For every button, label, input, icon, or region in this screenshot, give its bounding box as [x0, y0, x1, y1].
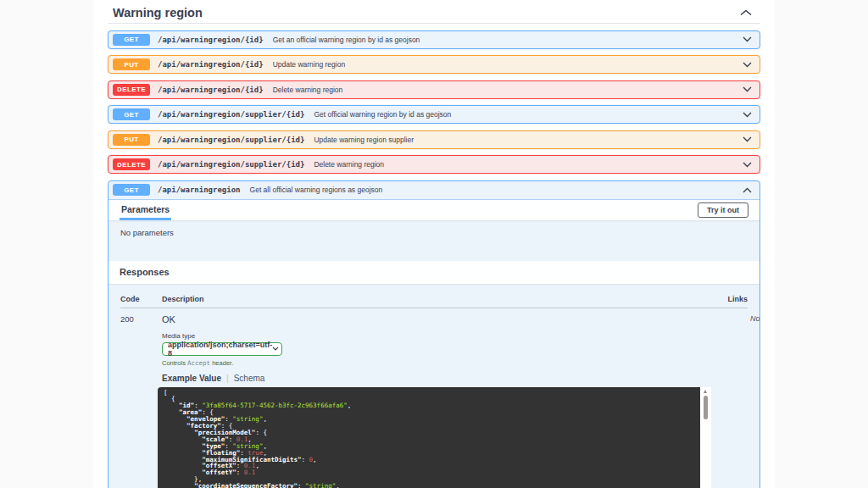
tab-parameters[interactable]: Parameters [120, 200, 171, 220]
accept-header-hint: Controls Accept header. [162, 359, 711, 367]
swagger-section: Warning region GET /api/warningregion/{i… [93, 0, 775, 488]
response-description: OK [162, 314, 711, 324]
method-badge: DELETE [113, 158, 150, 170]
endpoint-row[interactable]: GET /api/warningregion/supplier/{id} Get… [108, 105, 760, 124]
parameters-header: Parameters Try it out [108, 200, 760, 220]
chevron-up-icon [740, 9, 752, 16]
chevron-down-icon[interactable] [743, 136, 752, 142]
response-row-200: 200 OK Media type application/json;chars… [120, 308, 748, 488]
column-links: Links [682, 295, 748, 303]
example-code-block: [ { "id": "3fa85f64-5717-4562-b3fc-2c963… [158, 387, 711, 488]
try-it-out-button[interactable]: Try it out [698, 202, 748, 218]
tab-schema[interactable]: Schema [234, 374, 265, 383]
method-badge: GET [113, 184, 150, 196]
endpoint-path: /api/warningregion/supplier/{id} [158, 136, 304, 144]
chevron-down-icon[interactable] [743, 162, 752, 168]
endpoint-description: Get all official warning regions as geoj… [250, 186, 383, 194]
section-header: Warning region [108, 0, 760, 24]
endpoint-description: Update warning region [273, 60, 346, 69]
endpoint-row[interactable]: GET /api/warningregion/{id} Get an offic… [108, 30, 760, 49]
response-links: No links [711, 314, 760, 488]
endpoint-description: Update warning region supplier [314, 136, 414, 144]
method-badge: PUT [113, 134, 150, 146]
scrollbar-up-arrow-icon[interactable] [704, 390, 707, 393]
endpoint-path: /api/warningregion/{id} [158, 60, 264, 69]
endpoint-path: /api/warningregion [158, 186, 241, 194]
accept-code: Accept [187, 359, 210, 367]
chevron-down-icon[interactable] [743, 62, 752, 68]
endpoint-path: /api/warningregion/{id} [158, 36, 264, 44]
responses-body: Code Description Links 200 OK Media type… [108, 284, 760, 488]
tab-example-value[interactable]: Example Value [162, 374, 221, 383]
endpoint-row[interactable]: PUT /api/warningregion/{id} Update warni… [108, 55, 760, 74]
media-type-label: Media type [162, 332, 711, 340]
chevron-down-icon[interactable] [743, 86, 752, 92]
endpoint-expanded: GET /api/warningregion Get all official … [108, 180, 760, 488]
column-description: Description [162, 295, 682, 303]
endpoint-description: Delete warning region [273, 86, 343, 94]
response-description-cell: OK Media type application/json;charset=u… [162, 314, 711, 488]
endpoint-row[interactable]: GET /api/warningregion Get all official … [108, 181, 760, 200]
section-collapse-button[interactable] [737, 8, 755, 18]
endpoint-row[interactable]: PUT /api/warningregion/supplier/{id} Upd… [108, 130, 760, 149]
no-parameters-text: No parameters [108, 220, 760, 261]
column-code: Code [120, 295, 162, 303]
endpoint-path: /api/warningregion/supplier/{id} [158, 160, 304, 169]
example-tabs: Example Value | Schema [162, 374, 711, 383]
method-badge: DELETE [113, 84, 150, 96]
endpoint-description: Get official warning region by id as geo… [314, 110, 451, 119]
endpoint-row[interactable]: DELETE /api/warningregion/supplier/{id} … [108, 155, 760, 174]
scrollbar-thumb[interactable] [704, 396, 708, 419]
method-badge: GET [113, 108, 150, 120]
chevron-down-icon [272, 347, 279, 351]
media-type-selected: application/json;charset=utf-8 [168, 341, 272, 358]
method-badge: GET [113, 34, 150, 46]
method-badge: PUT [113, 58, 150, 70]
endpoint-description: Get an official warning region by id as … [273, 36, 420, 44]
endpoint-path: /api/warningregion/supplier/{id} [158, 110, 304, 119]
endpoint-path: /api/warningregion/{id} [158, 86, 264, 94]
response-code: 200 [120, 314, 162, 488]
section-title: Warning region [113, 6, 203, 19]
endpoint-row[interactable]: DELETE /api/warningregion/{id} Delete wa… [108, 80, 760, 99]
chevron-up-icon[interactable] [743, 187, 752, 193]
code-scrollbar[interactable] [700, 387, 711, 488]
chevron-down-icon[interactable] [743, 36, 752, 42]
endpoint-description: Delete warning region [314, 160, 384, 169]
chevron-down-icon[interactable] [743, 112, 752, 118]
responses-table-header: Code Description Links [120, 295, 748, 308]
media-type-select[interactable]: application/json;charset=utf-8 [162, 342, 282, 356]
responses-header: Responses [108, 261, 760, 284]
example-json: [ { "id": "3fa85f64-5717-4562-b3fc-2c963… [158, 387, 711, 488]
